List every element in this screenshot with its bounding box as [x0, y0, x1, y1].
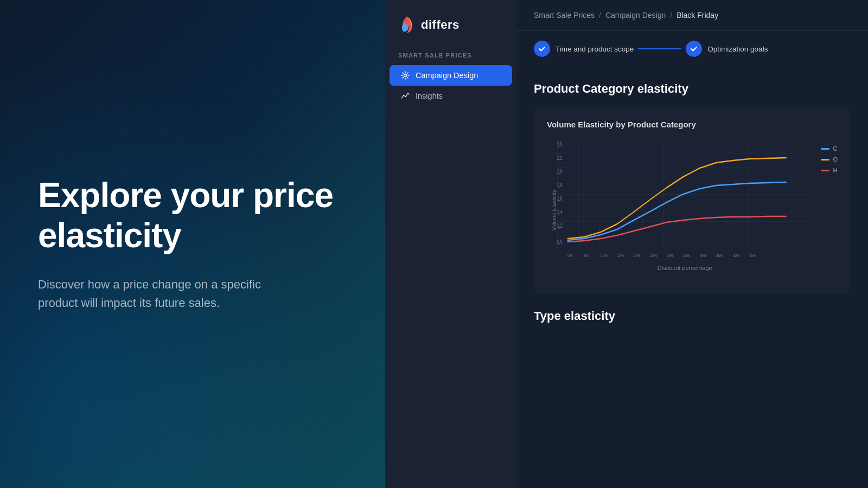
sidebar-item-insights-label: Insights: [416, 92, 443, 100]
hero-section: Explore your price elasticity Discover h…: [0, 0, 385, 488]
breadcrumb-item-2: Campaign Design: [605, 11, 666, 20]
chart-area: 2,5 2,2 2,0 1,8 1,6 1,4 1,2 0,9 0% 5% 10…: [557, 140, 812, 281]
svg-text:50%: 50%: [733, 253, 740, 258]
svg-text:1,8: 1,8: [557, 182, 563, 189]
svg-text:15%: 15%: [617, 253, 624, 258]
chart-1-container: Volume Elasticity 2,5: [547, 140, 838, 281]
svg-text:40%: 40%: [700, 253, 707, 258]
svg-point-0: [404, 74, 407, 77]
chart-svg: 2,5 2,2 2,0 1,8 1,6 1,4 1,2 0,9 0% 5% 10…: [557, 140, 812, 259]
y-axis-label: Volume Elasticity: [547, 190, 557, 231]
logo-icon: [398, 15, 416, 35]
chart-legend: C O H: [812, 140, 838, 281]
logo-text: differs: [421, 18, 459, 32]
legend-item-3: H: [821, 167, 838, 174]
svg-text:30%: 30%: [667, 253, 674, 258]
legend-item-2: O: [821, 156, 838, 163]
breadcrumb: Smart Sale Prices / Campaign Design / Bl…: [516, 0, 868, 31]
svg-text:45%: 45%: [716, 253, 723, 258]
svg-text:2,2: 2,2: [557, 155, 563, 162]
stepper: Time and product scope Optimization goal…: [516, 31, 868, 67]
step-2-circle: [686, 41, 702, 57]
step-2-label: Optimization goals: [707, 45, 768, 53]
svg-text:20%: 20%: [634, 253, 641, 258]
content-scroll[interactable]: Product Category elasticity Volume Elast…: [516, 67, 868, 488]
svg-point-2: [405, 96, 406, 97]
breadcrumb-sep-1: /: [599, 11, 601, 20]
breadcrumb-sep-2: /: [670, 11, 672, 20]
sidebar-item-campaign-design[interactable]: Campaign Design: [390, 65, 512, 86]
svg-point-3: [407, 93, 409, 94]
svg-text:55%: 55%: [749, 253, 756, 258]
chart-card-1: Volume Elasticity by Product Category Vo…: [534, 107, 851, 294]
svg-point-1: [403, 95, 404, 96]
svg-text:10%: 10%: [601, 253, 608, 258]
sidebar-item-campaign-design-label: Campaign Design: [416, 71, 478, 80]
main-content: Smart Sale Prices / Campaign Design / Bl…: [516, 0, 868, 488]
step-1-label: Time and product scope: [556, 45, 634, 53]
svg-text:2,5: 2,5: [557, 142, 563, 148]
svg-text:0%: 0%: [567, 253, 572, 258]
svg-text:1,2: 1,2: [557, 223, 563, 229]
app-section: differs SMART SALE PRICES Campaign Desig…: [385, 0, 868, 488]
section-1-title: Product Category elasticity: [534, 82, 851, 96]
step-connector: [638, 48, 681, 49]
step-1: Time and product scope: [534, 41, 634, 57]
svg-text:5%: 5%: [584, 253, 589, 258]
svg-text:0,9: 0,9: [557, 239, 563, 246]
hero-subtitle: Discover how a price change on a specifi…: [38, 275, 298, 312]
sidebar-item-insights[interactable]: Insights: [390, 86, 512, 106]
settings-icon: [400, 70, 410, 80]
chart-icon: [400, 91, 410, 101]
svg-text:1,4: 1,4: [557, 209, 563, 216]
chart-1-title: Volume Elasticity by Product Category: [547, 120, 838, 129]
svg-text:2,0: 2,0: [557, 169, 563, 175]
x-axis-label: Discount percentage: [557, 265, 812, 271]
sidebar-logo: differs: [385, 0, 516, 52]
legend-label-2: O: [833, 156, 838, 163]
legend-color-3: [821, 170, 829, 171]
legend-item-1: C: [821, 145, 838, 152]
step-1-circle: [534, 41, 550, 57]
legend-color-1: [821, 148, 829, 150]
legend-label-1: C: [833, 145, 837, 152]
breadcrumb-item-3: Black Friday: [676, 11, 718, 20]
section-2-title: Type elasticity: [534, 309, 851, 323]
step-2: Optimization goals: [686, 41, 768, 57]
sidebar-section-label: SMART SALE PRICES: [385, 52, 516, 65]
legend-color-2: [821, 159, 829, 160]
svg-text:1,6: 1,6: [557, 196, 563, 202]
hero-title: Explore your price elasticity: [38, 176, 347, 255]
legend-label-3: H: [833, 167, 837, 174]
breadcrumb-item-1: Smart Sale Prices: [534, 11, 595, 20]
svg-text:25%: 25%: [650, 253, 658, 258]
svg-text:35%: 35%: [683, 253, 690, 258]
sidebar: differs SMART SALE PRICES Campaign Desig…: [385, 0, 516, 488]
